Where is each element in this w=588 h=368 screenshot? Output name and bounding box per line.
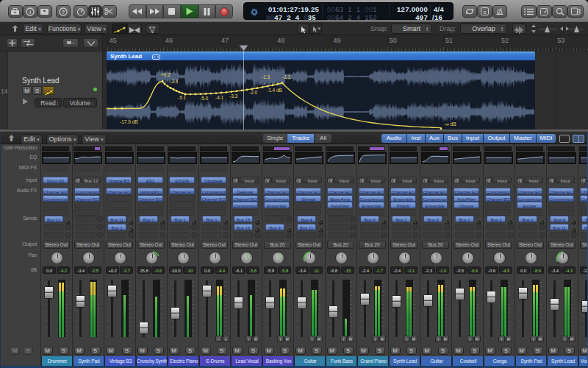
svg-text:-1.1: -1.1 <box>282 74 291 79</box>
svg-text:-2.0: -2.0 <box>249 90 258 95</box>
svg-text:-5.1: -5.1 <box>178 95 187 100</box>
svg-text:+0.2: +0.2 <box>161 72 171 77</box>
svg-text:?: ? <box>61 9 65 15</box>
svg-text:-2.4: -2.4 <box>170 79 179 84</box>
svg-text:-4.1: -4.1 <box>215 95 224 100</box>
svg-text:s: s <box>483 9 486 15</box>
svg-text:i: i <box>29 9 31 15</box>
svg-text:-3.3: -3.3 <box>229 93 238 99</box>
svg-text:-17.0 dB: -17.0 dB <box>120 119 138 124</box>
svg-text:-1.4 dB: -1.4 dB <box>267 88 282 93</box>
svg-text:-1.3: -1.3 <box>262 74 270 79</box>
svg-text:-5.0: -5.0 <box>200 96 209 101</box>
svg-text:-∞ dB: -∞ dB <box>444 121 456 127</box>
